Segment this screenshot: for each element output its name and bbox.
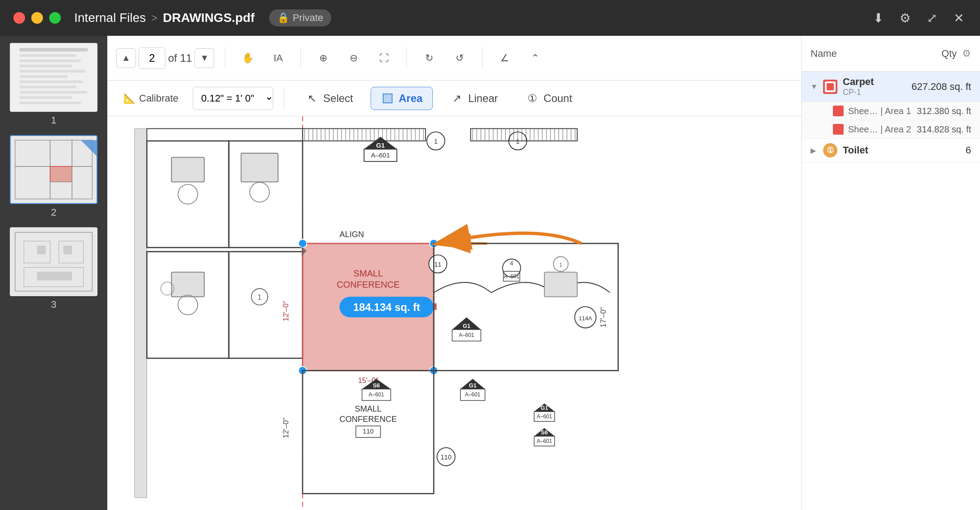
thumb-svg-3 bbox=[11, 227, 97, 296]
title-bar: Internal Files > DRAWINGS.pdf 🔒 Private … bbox=[0, 0, 980, 36]
scale-select[interactable]: 0.12" = 1' 0" bbox=[193, 87, 273, 110]
angle-tool-button[interactable]: ∠ bbox=[493, 47, 516, 70]
pdf-canvas: 1 184.134 sq. ft SMALL CONFERENCE bbox=[107, 116, 801, 510]
svg-rect-27 bbox=[63, 246, 72, 255]
svg-text:12'–0": 12'–0" bbox=[282, 301, 290, 321]
blueprint-svg: 1 184.134 sq. ft SMALL CONFERENCE bbox=[107, 116, 801, 510]
rotate-ccw-button[interactable]: ↺ bbox=[448, 47, 471, 70]
page-up-button[interactable]: ▲ bbox=[116, 48, 136, 68]
svg-rect-132 bbox=[545, 272, 577, 297]
fullscreen-button[interactable] bbox=[49, 12, 61, 24]
thumbnail-page-1[interactable]: 1 bbox=[5, 43, 102, 126]
svg-text:ALIGN: ALIGN bbox=[339, 230, 364, 239]
thumb-frame-2 bbox=[10, 135, 97, 204]
svg-rect-21 bbox=[11, 228, 97, 296]
count-tool-button[interactable]: ① Count bbox=[515, 87, 583, 110]
thumb-label-1: 1 bbox=[51, 115, 56, 126]
svg-text:184.134 sq. ft: 184.134 sq. ft bbox=[353, 301, 420, 313]
svg-text:G1: G1 bbox=[541, 404, 548, 411]
thumbnail-sidebar: 1 2 bbox=[0, 36, 107, 510]
svg-rect-30 bbox=[135, 116, 774, 510]
svg-rect-170 bbox=[827, 83, 834, 90]
zoom-out-button[interactable]: ⊖ bbox=[342, 47, 365, 70]
svg-text:11: 11 bbox=[434, 261, 441, 268]
count-label: Count bbox=[544, 92, 572, 105]
zoom-in-button[interactable]: ⊕ bbox=[312, 47, 335, 70]
svg-text:1: 1 bbox=[434, 138, 438, 145]
toilet-expand-icon: ▶ bbox=[811, 146, 819, 155]
area-tool-button[interactable]: Area bbox=[371, 87, 433, 110]
svg-text:S6: S6 bbox=[373, 382, 380, 389]
pan-tool-button[interactable]: ✋ bbox=[236, 47, 259, 70]
thumb-frame-3 bbox=[10, 227, 97, 296]
divider-1 bbox=[225, 47, 225, 69]
toilet-row[interactable]: ▶ ① Toilet 6 bbox=[802, 139, 980, 162]
svg-rect-96 bbox=[241, 153, 278, 182]
select-label: Select bbox=[323, 92, 353, 105]
carpet-row[interactable]: ▼ Carpet CP-1 627.208 sq. ft bbox=[802, 72, 980, 102]
main-container: 1 2 bbox=[0, 36, 980, 510]
fit-page-button[interactable]: ⛶ bbox=[372, 47, 396, 70]
carpet-icon bbox=[823, 80, 837, 94]
svg-text:110: 110 bbox=[440, 454, 451, 461]
svg-text:CONFERENCE: CONFERENCE bbox=[337, 280, 400, 289]
carpet-subrow-2[interactable]: Shee… | Area 2 314.828 sq. ft bbox=[802, 120, 980, 139]
toilet-icon: ① bbox=[823, 143, 837, 157]
svg-rect-11 bbox=[20, 102, 81, 104]
svg-text:CONFERENCE: CONFERENCE bbox=[339, 414, 397, 424]
minimize-button[interactable] bbox=[31, 12, 43, 24]
svg-rect-7 bbox=[20, 81, 83, 83]
divider-4 bbox=[482, 47, 482, 69]
panel-settings-button[interactable]: ⚙ bbox=[962, 48, 971, 60]
divider-2 bbox=[300, 47, 301, 69]
divider-3 bbox=[406, 47, 407, 69]
svg-text:A–601: A–601 bbox=[504, 273, 520, 280]
download-icon[interactable]: ⬇ bbox=[870, 10, 886, 26]
svg-rect-3 bbox=[20, 60, 81, 62]
subrow-1-qty: 312.380 sq. ft bbox=[917, 106, 971, 116]
carpet-svg bbox=[823, 80, 837, 94]
thumbnail-page-2[interactable]: 2 bbox=[5, 135, 102, 218]
carpet-subrow-1[interactable]: Shee… | Area 1 312.380 sq. ft bbox=[802, 102, 980, 120]
svg-rect-26 bbox=[37, 246, 46, 255]
breadcrumb-parent[interactable]: Internal Files bbox=[74, 11, 146, 25]
linear-tool-button[interactable]: ↗ Linear bbox=[440, 87, 508, 110]
svg-text:G1: G1 bbox=[463, 323, 470, 329]
svg-rect-17 bbox=[50, 166, 72, 182]
svg-text:A–601: A–601 bbox=[536, 413, 552, 420]
svg-rect-6 bbox=[20, 75, 68, 78]
close-button[interactable] bbox=[13, 12, 25, 24]
svg-rect-1 bbox=[20, 48, 88, 51]
expand-icon[interactable]: ⤢ bbox=[924, 10, 940, 26]
rotate-cw-button[interactable]: ↻ bbox=[418, 47, 441, 70]
svg-rect-10 bbox=[20, 96, 72, 99]
area-svg bbox=[381, 92, 394, 105]
page-nav: ▲ of 11 ▼ bbox=[116, 47, 214, 69]
thumbnail-page-3[interactable]: 3 bbox=[5, 227, 102, 310]
close-icon[interactable]: ✕ bbox=[950, 10, 967, 26]
pdf-area[interactable]: 1 184.134 sq. ft SMALL CONFERENCE bbox=[107, 116, 801, 510]
svg-text:S6: S6 bbox=[541, 429, 548, 436]
select-tool-button[interactable]: ↖ Select bbox=[295, 87, 363, 110]
svg-point-106 bbox=[299, 239, 307, 247]
text-tool-button[interactable]: IA bbox=[266, 47, 290, 70]
panel-qty-header: Qty bbox=[942, 48, 957, 60]
svg-rect-94 bbox=[172, 157, 204, 182]
panel-name-header: Name bbox=[811, 48, 837, 60]
thumb-frame-1 bbox=[10, 43, 97, 112]
svg-text:114A: 114A bbox=[579, 315, 592, 322]
svg-text:G1: G1 bbox=[469, 382, 477, 389]
toilet-title: Toilet bbox=[843, 144, 966, 156]
more-tools-button[interactable]: ⌃ bbox=[524, 47, 547, 70]
calibrate-button[interactable]: 📐 Calibrate bbox=[116, 87, 186, 110]
linear-icon: ↗ bbox=[450, 92, 464, 105]
settings-icon[interactable]: ⚙ bbox=[897, 10, 913, 26]
subrow-1-text: Shee… | Area 1 bbox=[848, 106, 917, 116]
svg-text:SMALL: SMALL bbox=[353, 268, 383, 278]
page-dropdown-button[interactable]: ▼ bbox=[194, 48, 214, 68]
area-label: Area bbox=[399, 92, 422, 105]
carpet-title: Carpet bbox=[843, 76, 912, 88]
svg-rect-100 bbox=[172, 272, 204, 297]
subrow-1-icon bbox=[833, 106, 844, 116]
page-number-input[interactable] bbox=[139, 47, 165, 69]
